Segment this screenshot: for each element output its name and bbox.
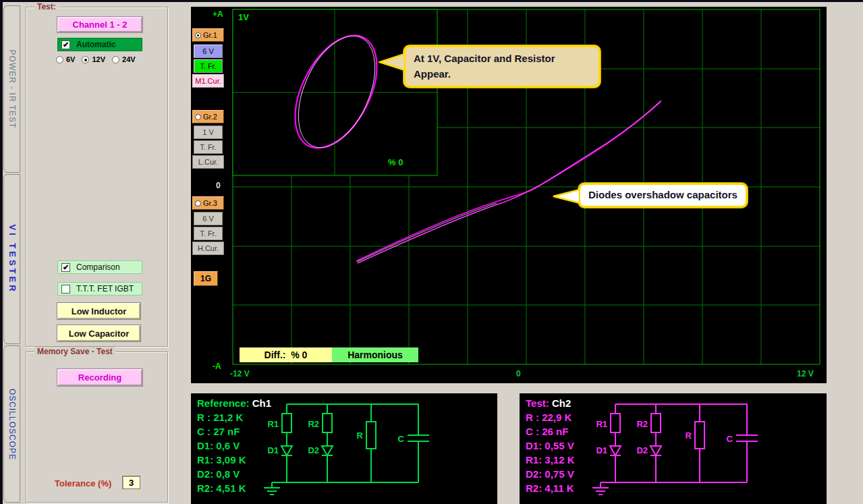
- reference-circuit-diagram: R1 D1 R2 D2 R C: [253, 393, 489, 501]
- group1-label: Gr.1: [203, 31, 217, 39]
- app-window: POWER - IR TEST VI TESTER OSCILLOSCOPE T…: [0, 0, 863, 504]
- inset-voltage-label: 1V: [238, 12, 249, 22]
- reference-panel: Reference: Ch1 R : 21,2 K C : 27 nF D1: …: [191, 393, 497, 504]
- tab-vi-tester[interactable]: VI TESTER: [3, 174, 20, 344]
- comparison-label: Comparison: [76, 262, 120, 272]
- svg-text:R1: R1: [267, 419, 279, 429]
- voltage-24v-radio[interactable]: [112, 56, 119, 63]
- diff-status-bar: Diff.: % 0 Harmonious: [240, 347, 418, 362]
- group3-frequency-button[interactable]: T. Fr.: [194, 227, 223, 240]
- group1-radio-dot: [195, 32, 201, 38]
- callout1-text: At 1V, Capacitor and Resistor Appear.: [414, 53, 555, 80]
- tab-oscilloscope[interactable]: OSCILLOSCOPE: [3, 345, 20, 503]
- callout2-pointer: [552, 188, 580, 205]
- x-axis-max-label: 12 V: [797, 369, 814, 379]
- group3-current-button[interactable]: H.Cur.: [192, 242, 224, 255]
- group2-voltage-button[interactable]: 1 V: [194, 125, 223, 139]
- reference-circuit-labels: R1 D1 R2 D2 R C: [267, 419, 404, 455]
- group2-frequency-button[interactable]: T. Fr.: [194, 140, 223, 154]
- group3-voltage-button[interactable]: 6 V: [194, 212, 223, 225]
- automatic-toggle[interactable]: Automatic: [57, 38, 142, 51]
- voltage-24v-label: 24V: [122, 55, 136, 63]
- test-value-line: R1: 3,12 K: [526, 453, 575, 467]
- group2-label: Gr.2: [203, 113, 217, 121]
- test-value-line: C : 26 nF: [526, 424, 575, 439]
- group1-voltage-button[interactable]: 6 V: [194, 45, 223, 58]
- test-value-line: R2: 4,11 K: [526, 481, 575, 495]
- amplitude-zero-label: 0: [216, 181, 221, 190]
- voltage-12v-label: 12V: [92, 55, 105, 63]
- callout-diodes: Diodes overshadow capacitors: [578, 183, 748, 208]
- test-title: Test:: [526, 397, 549, 409]
- group1-radio-button[interactable]: Gr.1: [192, 28, 224, 42]
- ttt-fet-igbt-label: T.T.T. FET IGBT: [76, 284, 134, 293]
- recording-button[interactable]: Recording: [57, 369, 142, 386]
- test-groupbox-legend: Test:: [34, 2, 59, 11]
- test-circuit-labels: R1 D1 R2 D2 R C: [596, 419, 733, 455]
- diff-value: Diff.: % 0: [240, 347, 332, 362]
- test-circuit-diagram: R1 D1 R2 D2 R C: [582, 393, 818, 501]
- group3-label: Gr.3: [203, 199, 217, 207]
- svg-text:D1: D1: [267, 445, 279, 455]
- tab-power-ir-test-label: POWER - IR TEST: [7, 50, 17, 129]
- tolerance-input[interactable]: 3: [122, 476, 140, 489]
- test-value-line: R : 22,9 K: [526, 410, 575, 424]
- svg-text:C: C: [727, 434, 733, 444]
- amplitude-minus-label: -A: [213, 362, 221, 371]
- ttt-fet-igbt-toggle[interactable]: T.T.T. FET IGBT: [57, 282, 142, 296]
- voltage-radio-row: 6V 12V 24V: [56, 55, 167, 63]
- window-left-edge: [0, 0, 3, 504]
- memory-save-legend: Memory Save - Test: [34, 347, 115, 356]
- voltage-12v-radio[interactable]: [82, 56, 89, 63]
- svg-text:D2: D2: [308, 445, 319, 455]
- tab-vi-tester-label: VI TESTER: [7, 224, 17, 293]
- test-groupbox: Test: Channel 1 - 2 Automatic 6V 12V 24V…: [26, 7, 168, 347]
- svg-text:R: R: [686, 430, 692, 441]
- callout-capacitor-resistor: At 1V, Capacitor and Resistor Appear.: [403, 45, 601, 88]
- low-inductor-button[interactable]: Low Inductor: [57, 303, 140, 319]
- group1-frequency-button[interactable]: T. Fr.: [194, 59, 223, 73]
- test-title-row: Test: Ch2: [526, 396, 575, 410]
- oscilloscope-display: +A 0 -A Gr.1 6 V T. Fr. M1.Cur. Gr.2 1 V…: [191, 7, 827, 383]
- group2-radio-button[interactable]: Gr.2: [192, 110, 224, 123]
- comparison-checkbox[interactable]: [61, 263, 70, 272]
- voltage-6v-radio[interactable]: [56, 56, 63, 63]
- tab-power-ir-test[interactable]: POWER - IR TEST: [3, 5, 20, 173]
- voltage-6v-label: 6V: [66, 55, 75, 63]
- test-channel: Ch2: [552, 397, 571, 409]
- automatic-checkbox[interactable]: [61, 40, 70, 49]
- amplitude-plus-label: +A: [213, 9, 223, 19]
- test-value-line: D2: 0,75 V: [526, 467, 575, 481]
- tolerance-label: Tolerance (%): [55, 478, 111, 488]
- group3-radio-dot: [195, 200, 201, 206]
- svg-text:R1: R1: [596, 419, 607, 429]
- ttt-fet-igbt-checkbox[interactable]: [61, 285, 70, 293]
- window-top-edge: [0, 0, 863, 2]
- svg-text:R2: R2: [636, 419, 648, 429]
- group1-current-button[interactable]: M1.Cur.: [192, 74, 224, 88]
- svg-text:R2: R2: [308, 419, 319, 429]
- group2-radio-dot: [195, 114, 201, 120]
- comparison-toggle[interactable]: Comparison: [57, 260, 142, 274]
- callout1-pointer: [379, 52, 406, 72]
- reference-title: Reference:: [197, 397, 250, 409]
- x-axis-zero-label: 0: [516, 369, 521, 379]
- one-g-button[interactable]: 1G: [194, 271, 218, 286]
- automatic-label: Automatic: [76, 40, 116, 49]
- svg-text:R: R: [357, 430, 364, 441]
- harmonious-status: Harmonious: [332, 347, 418, 362]
- inset-scope: [233, 9, 437, 175]
- callout2-text: Diodes overshadow capacitors: [588, 189, 737, 200]
- inset-percent-label: % 0: [388, 157, 403, 167]
- low-capacitor-button[interactable]: Low Capacitor: [57, 325, 140, 341]
- group3-radio-button[interactable]: Gr.3: [192, 196, 224, 210]
- tab-oscilloscope-label: OSCILLOSCOPE: [7, 388, 17, 459]
- test-result-panel: Test: Ch2 R : 22,9 K C : 26 nF D1: 0,55 …: [520, 393, 827, 504]
- test-value-line: D1: 0,55 V: [526, 439, 575, 453]
- group2-current-button[interactable]: L.Cur.: [192, 155, 224, 169]
- channel-1-2-button[interactable]: Channel 1 - 2: [57, 17, 142, 32]
- svg-text:D1: D1: [596, 445, 607, 455]
- svg-text:D2: D2: [636, 445, 648, 455]
- memory-save-groupbox: Memory Save - Test Recording Tolerance (…: [26, 352, 168, 503]
- svg-text:C: C: [398, 434, 405, 444]
